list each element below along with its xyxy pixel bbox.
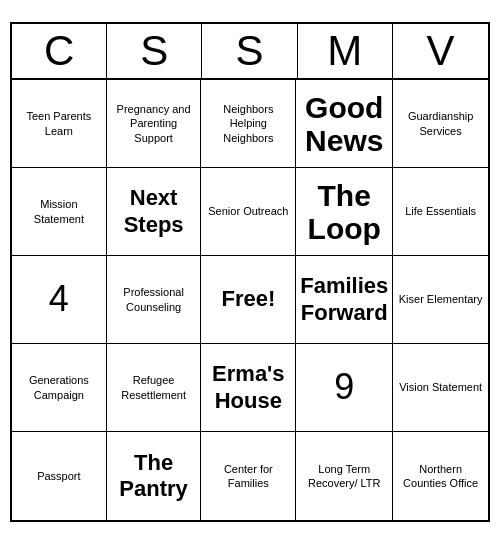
- bingo-cell[interactable]: Pregnancy and Parenting Support: [107, 80, 202, 168]
- cell-label: Free!: [221, 285, 275, 314]
- bingo-cell[interactable]: Center for Families: [201, 432, 296, 520]
- cell-label: Center for Families: [205, 462, 291, 491]
- cell-label: Generations Campaign: [16, 373, 102, 402]
- cell-label: Passport: [37, 469, 80, 483]
- cell-label: Long Term Recovery/ LTR: [300, 462, 388, 491]
- bingo-cell[interactable]: Vision Statement: [393, 344, 488, 432]
- bingo-cell[interactable]: Mission Statement: [12, 168, 107, 256]
- cell-label: The Loop: [300, 179, 388, 245]
- bingo-cell[interactable]: Good News: [296, 80, 393, 168]
- cell-label: 4: [49, 276, 69, 323]
- bingo-cell[interactable]: Northern Counties Office: [393, 432, 488, 520]
- cell-label: Mission Statement: [16, 197, 102, 226]
- bingo-cell[interactable]: Teen Parents Learn: [12, 80, 107, 168]
- bingo-cell[interactable]: Erma's House: [201, 344, 296, 432]
- cell-label: Good News: [300, 91, 388, 157]
- bingo-cell[interactable]: Life Essentials: [393, 168, 488, 256]
- cell-label: Refugee Resettlement: [111, 373, 197, 402]
- bingo-cell[interactable]: Senior Outreach: [201, 168, 296, 256]
- cell-label: Senior Outreach: [208, 204, 288, 218]
- bingo-cell[interactable]: The Loop: [296, 168, 393, 256]
- bingo-cell[interactable]: Long Term Recovery/ LTR: [296, 432, 393, 520]
- bingo-header: CSSMV: [12, 24, 488, 80]
- header-letter: S: [107, 24, 202, 78]
- cell-label: Neighbors Helping Neighbors: [205, 102, 291, 145]
- bingo-cell[interactable]: Refugee Resettlement: [107, 344, 202, 432]
- cell-label: Next Steps: [111, 185, 197, 238]
- cell-label: Life Essentials: [405, 204, 476, 218]
- cell-label: Kiser Elementary: [399, 292, 483, 306]
- cell-label: Families Forward: [300, 273, 388, 326]
- cell-label: Northern Counties Office: [397, 462, 484, 491]
- cell-label: Professional Counseling: [111, 285, 197, 314]
- bingo-grid: Teen Parents LearnPregnancy and Parentin…: [12, 80, 488, 520]
- cell-label: Guardianship Services: [397, 109, 484, 138]
- cell-label: Pregnancy and Parenting Support: [111, 102, 197, 145]
- bingo-cell[interactable]: 4: [12, 256, 107, 344]
- bingo-cell[interactable]: Free!: [201, 256, 296, 344]
- bingo-cell[interactable]: Kiser Elementary: [393, 256, 488, 344]
- header-letter: V: [393, 24, 488, 78]
- header-letter: M: [298, 24, 393, 78]
- bingo-cell[interactable]: Neighbors Helping Neighbors: [201, 80, 296, 168]
- cell-label: The Pantry: [111, 450, 197, 503]
- bingo-cell[interactable]: Families Forward: [296, 256, 393, 344]
- bingo-cell[interactable]: 9: [296, 344, 393, 432]
- header-letter: S: [202, 24, 297, 78]
- header-letter: C: [12, 24, 107, 78]
- cell-label: Vision Statement: [399, 380, 482, 394]
- bingo-card: CSSMV Teen Parents LearnPregnancy and Pa…: [10, 22, 490, 522]
- bingo-cell[interactable]: The Pantry: [107, 432, 202, 520]
- bingo-cell[interactable]: Guardianship Services: [393, 80, 488, 168]
- cell-label: Teen Parents Learn: [16, 109, 102, 138]
- bingo-cell[interactable]: Next Steps: [107, 168, 202, 256]
- cell-label: Erma's House: [205, 361, 291, 414]
- bingo-cell[interactable]: Generations Campaign: [12, 344, 107, 432]
- cell-label: 9: [334, 364, 354, 411]
- bingo-cell[interactable]: Professional Counseling: [107, 256, 202, 344]
- bingo-cell[interactable]: Passport: [12, 432, 107, 520]
